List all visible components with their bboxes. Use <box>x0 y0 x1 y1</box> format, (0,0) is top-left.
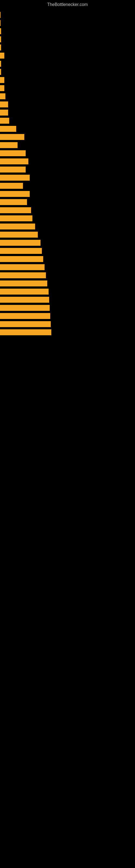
bar-fill: Bottleneck result <box>0 231 38 238</box>
bar-row: Bottleneck resu <box>0 149 135 157</box>
bar-fill: Bottlenec <box>0 126 16 132</box>
bar-fill: Bottleneck result <box>0 272 46 278</box>
bar-label: Bottleneck result <box>1 282 22 285</box>
bar-row: Bottleneck result <box>0 247 135 255</box>
bar-label: Bottleneck result <box>1 257 22 261</box>
bar-label: Bottleneck result <box>1 192 22 195</box>
bar-row: Bottl <box>0 108 135 117</box>
bar-row: Bo <box>0 52 135 60</box>
bar-label: E <box>1 46 1 49</box>
bar-label: Bottleneck result <box>1 241 22 244</box>
bar-label: Bottleneck <box>1 144 14 147</box>
bar-row: Bottleneck result <box>0 255 135 263</box>
bar-fill: Bottleneck result <box>0 223 35 229</box>
bar-fill: Bottleneck result <box>0 289 49 294</box>
bar-row: Bottleneck result <box>0 312 135 320</box>
bar-fill: Bottleneck resu <box>0 150 26 156</box>
bar-label: Bottleneck result <box>1 274 22 277</box>
bar-fill: Bot <box>0 93 5 99</box>
bar-label: Bottleneck result <box>1 217 22 220</box>
bar-row: E <box>0 27 135 35</box>
bar-label: Bottleneck re <box>1 184 18 187</box>
bar-fill: Bottleneck result <box>0 264 45 270</box>
bar-label: Bottleneck result <box>1 314 22 318</box>
bar-fill: B <box>0 36 1 42</box>
bar-fill: E <box>0 44 1 51</box>
bar-fill: Bottleneck result <box>0 158 28 164</box>
bar-label: Bottleneck result <box>1 298 22 301</box>
bar-label: Bottle <box>1 119 8 122</box>
bar-label: B <box>1 62 1 65</box>
bar-row: Bottleneck result <box>0 320 135 328</box>
bar-fill: Bottleneck result <box>0 175 30 181</box>
bar-row: Bottleneck result <box>0 174 135 182</box>
bar-fill: E <box>0 28 1 34</box>
bar-fill: Bottleneck re <box>0 183 23 189</box>
bar-label: Bottleneck result <box>1 266 22 269</box>
bar-label: Bottleneck result <box>1 225 22 228</box>
bar-label: Bottleneck result <box>1 306 22 310</box>
bar-row: | <box>0 19 135 27</box>
bar-fill: Bottleneck result <box>0 305 50 311</box>
bar-label: Bo <box>1 54 4 57</box>
bar-row: E <box>0 43 135 52</box>
bar-label: B <box>1 70 1 73</box>
bar-row: Bottleneck result <box>0 304 135 312</box>
bar-fill: Bottleneck <box>0 142 17 148</box>
bar-label: Bottleneck result <box>1 322 22 326</box>
bar-row: Bo <box>0 76 135 84</box>
bar-label: Bottlenec <box>1 127 13 130</box>
bar-row: | <box>0 11 135 19</box>
bar-label: E <box>1 30 1 33</box>
bar-label: Bo <box>1 79 4 82</box>
bar-row: Bottleneck result <box>0 287 135 296</box>
bar-label: Bottleneck result <box>1 233 22 236</box>
bar-fill: Bo <box>0 77 4 83</box>
bar-row: Bottleneck result <box>0 279 135 287</box>
bar-fill: Bottleneck result <box>0 280 47 286</box>
bar-row: B <box>0 60 135 68</box>
bar-row: Bottlenec <box>0 125 135 133</box>
bar-fill: B <box>0 61 1 67</box>
bar-fill: Bottleneck result <box>0 256 43 262</box>
bar-fill: Bottle <box>0 118 9 124</box>
bar-row: B <box>0 35 135 43</box>
bar-row: Bottl <box>0 100 135 108</box>
bar-row: Bottleneck result <box>0 239 135 247</box>
bar-fill: Bo <box>0 85 4 91</box>
bar-fill: Bottleneck result <box>0 297 49 303</box>
bar-label: Bottleneck resu <box>1 200 21 204</box>
bar-fill: Bottleneck res <box>0 134 24 140</box>
bar-fill: Bottleneck result <box>0 207 31 213</box>
bar-fill: Bottleneck result <box>0 329 51 335</box>
bar-row: Bottleneck resu <box>0 198 135 206</box>
bar-row: Bo <box>0 84 135 92</box>
bar-row: Bottleneck result <box>0 271 135 279</box>
bar-fill: | <box>0 20 1 26</box>
bar-label: Bottleneck result <box>1 249 22 252</box>
bar-fill: Bottleneck result <box>0 313 50 319</box>
bar-fill: B <box>0 69 1 75</box>
bar-row: Bottleneck result <box>0 222 135 230</box>
bar-row: Bottleneck result <box>0 214 135 222</box>
bar-label: Bo <box>1 87 4 90</box>
bar-fill: Bottleneck resu <box>0 199 27 205</box>
bar-fill: | <box>0 12 1 18</box>
bar-label: Bottleneck resu <box>1 152 21 155</box>
bar-row: Bottleneck result <box>0 296 135 304</box>
bar-label: Bottleneck result <box>1 209 22 212</box>
page-container: TheBottlenecker.com ||EBEBoBBBoBoBotBott… <box>0 0 135 868</box>
bar-label: Bottleneck result <box>1 290 22 293</box>
bar-fill: Bottleneck result <box>0 240 41 246</box>
bar-fill: Bottleneck result <box>0 321 51 327</box>
bar-label: Bottleneck resu <box>1 168 21 171</box>
bars-container: ||EBEBoBBBoBoBotBottlBottlBottleBottlene… <box>0 8 135 336</box>
bar-fill: Bottleneck result <box>0 215 32 221</box>
bar-fill: Bottl <box>0 101 8 107</box>
bar-row: Bottleneck re <box>0 182 135 190</box>
bar-row: Bottleneck res <box>0 133 135 141</box>
bar-row: Bottleneck result <box>0 190 135 198</box>
bar-fill: Bottleneck result <box>0 191 30 197</box>
bar-row: Bottleneck result <box>0 328 135 336</box>
bar-row: Bottleneck result <box>0 263 135 271</box>
